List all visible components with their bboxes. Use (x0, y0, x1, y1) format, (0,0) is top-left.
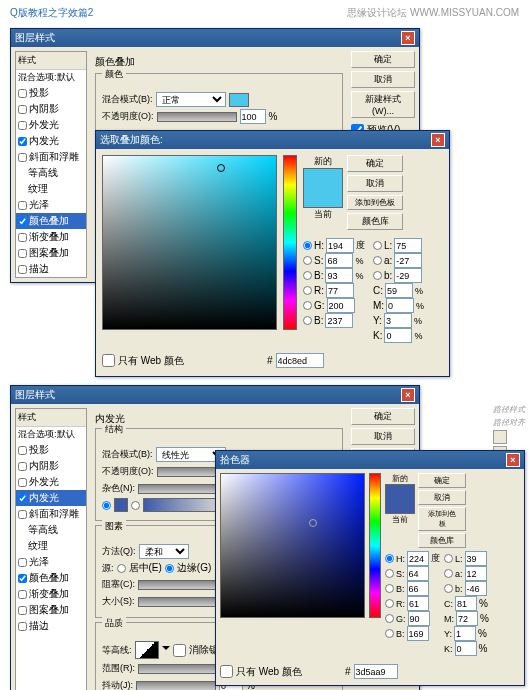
style-item[interactable]: 投影 (16, 442, 86, 458)
add-swatch-button[interactable]: 添加到色板 (418, 507, 466, 531)
cancel-button[interactable]: 取消 (418, 490, 466, 505)
l-radio[interactable] (373, 241, 382, 250)
style-item[interactable]: 外发光 (16, 474, 86, 490)
choke-slider[interactable] (138, 580, 218, 590)
m-input[interactable] (386, 298, 414, 313)
add-swatch-button[interactable]: 添加到色板 (347, 195, 403, 210)
method-select[interactable]: 柔和 (139, 544, 189, 559)
lb-input[interactable] (394, 268, 422, 283)
hue-slider[interactable] (369, 473, 381, 618)
style-item[interactable]: 纹理 (16, 181, 86, 197)
style-item[interactable]: 描边 (16, 261, 86, 277)
cancel-button[interactable]: 取消 (351, 71, 415, 88)
lb-input[interactable] (465, 581, 487, 596)
blend-mode-select[interactable]: 正常 (156, 92, 226, 107)
lb-radio[interactable] (373, 271, 382, 280)
c-input[interactable] (455, 596, 477, 611)
style-item[interactable]: 描边 (16, 618, 86, 634)
r-input[interactable] (407, 596, 429, 611)
close-icon[interactable]: × (401, 31, 415, 45)
g-radio[interactable] (303, 301, 312, 310)
style-item[interactable]: 外发光 (16, 117, 86, 133)
style-check[interactable] (18, 121, 27, 130)
y-input[interactable] (384, 313, 412, 328)
opacity-input[interactable] (240, 109, 266, 124)
hue-slider[interactable] (283, 155, 297, 330)
style-item[interactable]: 斜面和浮雕 (16, 149, 86, 165)
s-radio[interactable] (303, 256, 312, 265)
style-item[interactable]: 内阴影 (16, 101, 86, 117)
h-input[interactable] (326, 238, 354, 253)
style-check[interactable] (18, 217, 27, 226)
style-item[interactable]: 内阴影 (16, 458, 86, 474)
h-input[interactable] (407, 551, 429, 566)
style-check[interactable] (18, 249, 27, 258)
style-item[interactable]: 纹理 (16, 538, 86, 554)
g-input[interactable] (327, 298, 355, 313)
color-radio[interactable] (102, 501, 111, 510)
style-item[interactable]: 光泽 (16, 554, 86, 570)
b-input[interactable] (407, 581, 429, 596)
hex-input[interactable] (276, 353, 324, 368)
g-input[interactable] (408, 611, 430, 626)
a-input[interactable] (394, 253, 422, 268)
style-item[interactable]: 内发光 (16, 490, 86, 506)
y-input[interactable] (454, 626, 476, 641)
style-item[interactable]: 投影 (16, 85, 86, 101)
range-slider[interactable] (138, 664, 218, 674)
close-icon[interactable]: × (506, 453, 520, 467)
b-radio[interactable] (303, 271, 312, 280)
opacity-slider[interactable] (157, 112, 237, 122)
b-input[interactable] (325, 268, 353, 283)
ok-button[interactable]: 确定 (351, 408, 415, 425)
a-radio[interactable] (373, 256, 382, 265)
style-item[interactable]: 光泽 (16, 197, 86, 213)
tool-icon[interactable] (493, 430, 507, 444)
style-item[interactable]: 渐变叠加 (16, 586, 86, 602)
k-input[interactable] (455, 641, 477, 656)
ok-button[interactable]: 确定 (418, 473, 466, 488)
c-input[interactable] (385, 283, 413, 298)
source-edge-radio[interactable] (165, 564, 174, 573)
style-item[interactable]: 图案叠加 (16, 245, 86, 261)
style-check[interactable] (18, 153, 27, 162)
jitter-slider[interactable] (136, 681, 216, 691)
bv-input[interactable] (407, 626, 429, 641)
a-input[interactable] (465, 566, 487, 581)
web-only-check[interactable] (220, 665, 233, 678)
style-check[interactable] (18, 137, 27, 146)
style-check[interactable] (18, 105, 27, 114)
close-icon[interactable]: × (401, 388, 415, 402)
style-item[interactable]: 斜面和浮雕 (16, 506, 86, 522)
blend-options[interactable]: 混合选项:默认 (16, 427, 86, 442)
source-center-radio[interactable] (117, 564, 126, 573)
color-lib-button[interactable]: 颜色库 (418, 533, 466, 548)
glow-color-swatch[interactable] (114, 498, 128, 512)
size-slider[interactable] (138, 597, 218, 607)
saturation-value-field[interactable] (220, 473, 365, 618)
style-item[interactable]: 颜色叠加 (16, 570, 86, 586)
style-check[interactable] (18, 233, 27, 242)
k-input[interactable] (384, 328, 412, 343)
l-input[interactable] (465, 551, 487, 566)
style-check[interactable] (18, 89, 27, 98)
close-icon[interactable]: × (431, 133, 445, 147)
s-input[interactable] (325, 253, 353, 268)
h-radio[interactable] (303, 241, 312, 250)
web-only-check[interactable] (102, 354, 115, 367)
antialias-check[interactable] (173, 644, 186, 657)
saturation-value-field[interactable] (102, 155, 277, 330)
contour-picker[interactable] (135, 641, 159, 659)
style-item[interactable]: 图案叠加 (16, 602, 86, 618)
r-radio[interactable] (303, 286, 312, 295)
bv-input[interactable] (325, 313, 353, 328)
new-style-button[interactable]: 新建样式(W)... (351, 91, 415, 118)
cancel-button[interactable]: 取消 (347, 175, 403, 192)
hex-input[interactable] (354, 664, 398, 679)
style-item[interactable]: 渐变叠加 (16, 229, 86, 245)
r-input[interactable] (326, 283, 354, 298)
color-lib-button[interactable]: 颜色库 (347, 213, 403, 230)
style-check[interactable] (18, 265, 27, 274)
blend-options[interactable]: 混合选项:默认 (16, 70, 86, 85)
ok-button[interactable]: 确定 (347, 155, 403, 172)
